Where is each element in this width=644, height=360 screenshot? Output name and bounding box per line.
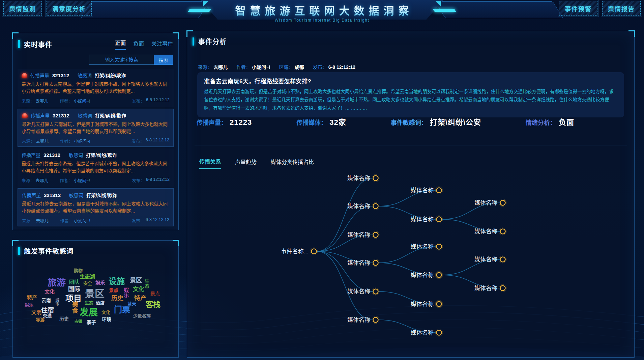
cloud-word[interactable]: 文明: [31, 308, 41, 315]
tree-root-node[interactable]: [312, 249, 317, 254]
cloud-word[interactable]: 美食: [70, 301, 79, 313]
tree-node[interactable]: [373, 204, 378, 209]
analysis-meta-1: 作者：小妮问~!: [236, 63, 270, 70]
event-content: 最近几天打算去云南游玩，但是苦于对城市不熟，网上攻略大多也就大同小异给点景点推荐…: [22, 81, 170, 95]
cloud-word[interactable]: 特产: [27, 294, 37, 301]
tree-node[interactable]: [500, 229, 505, 234]
stat-3: 情绪分析：负面: [526, 116, 574, 127]
event-meta-row: 来源：去哪儿作者：小妮问~!区域：成都发布：6-8 12:12:12: [198, 63, 355, 70]
realtime-tab-2[interactable]: 关注事件: [151, 38, 173, 50]
tree-node-label: 媒体名称: [474, 228, 497, 235]
cloud-word[interactable]: 历史: [59, 315, 69, 322]
analysis-meta-0: 来源：去哪儿: [198, 63, 228, 70]
analysis-meta-2: 区域：成都: [279, 63, 304, 70]
event-card[interactable]: 传播声量321312敏感词打架/纠纷/欺诈最近几天打算去云南游玩，但是苦于对城市…: [18, 188, 174, 226]
cloud-word[interactable]: 少数名族: [133, 312, 151, 319]
sensitive-words-panel: 触发事件敏感词 购物生态湖团队安全娱乐设施景区生态旅游国际文化景区景点娱乐文化景…: [12, 240, 179, 358]
search-input[interactable]: [89, 55, 154, 65]
title-bar-decoration: [18, 247, 20, 255]
volume-value: 321312: [43, 152, 60, 158]
tree-node[interactable]: [500, 257, 505, 262]
event-content: 最近几天打算去云南游玩，但是苦于对城市不熟，网上攻略大多也就大同小异给点景点推荐…: [22, 161, 170, 175]
tree-node-label: 媒体名称: [347, 232, 370, 238]
tree-node[interactable]: [437, 244, 442, 249]
nav-button-right-0[interactable]: 事件预警: [559, 1, 597, 16]
cloud-word[interactable]: 娱乐: [95, 279, 105, 286]
cloud-word[interactable]: 旅游: [48, 275, 66, 288]
event-title: 准备去云南玩6天，行程路线要怎样安排?: [204, 77, 617, 85]
nav-button-left-0[interactable]: 舆情监测: [3, 1, 42, 16]
cloud-word[interactable]: 景点: [109, 286, 118, 293]
event-card[interactable]: 传播声量321312敏感词打架/纠纷/欺诈最近几天打算去云南游玩，但是苦于对城市…: [18, 109, 174, 147]
tree-node[interactable]: [500, 286, 505, 291]
title-bar-decoration: [18, 40, 20, 48]
tree-node[interactable]: [373, 232, 378, 238]
tree-node[interactable]: [437, 273, 442, 278]
cloud-word[interactable]: 设施: [109, 275, 125, 286]
tree-node-label: 媒体名称: [411, 330, 434, 336]
cloud-word[interactable]: 云南: [41, 297, 51, 303]
wordcloud-panel-title: 触发事件敏感词: [24, 246, 74, 256]
keywords-value: 打架/纠纷/欺诈: [86, 192, 117, 198]
cloud-word[interactable]: 景区: [85, 286, 105, 300]
cloud-word[interactable]: 发展: [80, 305, 98, 318]
realtime-tab-0[interactable]: 正面: [115, 38, 126, 50]
event-stats-row: 传播声量：21223传播媒体：32家事件敏感词：打架\纠纷\公安情绪分析：负面: [197, 116, 574, 127]
event-meta-1: 作者：小妮问~!: [60, 98, 90, 104]
tree-edge: [317, 206, 373, 251]
keywords-label: 敏感词: [78, 112, 92, 119]
tree-node[interactable]: [373, 176, 378, 181]
cloud-word[interactable]: 城市: [54, 298, 60, 306]
tree-node[interactable]: [373, 317, 378, 323]
tree-node-label: 媒体名称: [347, 175, 370, 182]
volume-value: 321312: [52, 73, 69, 78]
stat-1: 传播媒体：32家: [296, 116, 346, 127]
tree-node-label: 媒体名称: [474, 256, 497, 263]
cloud-word[interactable]: 文化: [45, 288, 55, 295]
keywords-label: 敏感词: [78, 72, 92, 79]
cloud-word[interactable]: 娱乐: [25, 301, 33, 308]
tree-node-label: 媒体名称: [411, 301, 434, 307]
tree-node-label: 媒体名称: [411, 216, 434, 223]
cloud-word[interactable]: 古镇: [74, 318, 82, 324]
event-meta-1: 作者：小妮问~!: [60, 217, 90, 224]
tree-node-label: 媒体名称: [347, 288, 370, 295]
tree-node[interactable]: [437, 330, 442, 335]
tree-node[interactable]: [373, 289, 378, 294]
cloud-word[interactable]: 景点: [150, 290, 160, 297]
cloud-word[interactable]: 环境: [102, 316, 111, 323]
cloud-word[interactable]: 导游: [36, 316, 45, 323]
event-meta-2: 发布：6-8 12:12:12: [131, 138, 169, 144]
nav-button-right-1[interactable]: 舆情报告: [602, 1, 641, 16]
cloud-word[interactable]: 寨子: [87, 319, 96, 325]
search-button[interactable]: 搜索: [154, 55, 173, 65]
tree-node[interactable]: [437, 302, 442, 307]
tree-node[interactable]: [500, 200, 505, 205]
spread-relationship-tree: 事件名称...媒体名称媒体名称媒体名称媒体名称媒体名称媒体名称媒体名称媒体名称媒…: [188, 166, 634, 355]
tree-node[interactable]: [373, 260, 378, 266]
cloud-word[interactable]: 文化: [101, 309, 110, 315]
keywords-value: 打架/纠纷/欺诈: [95, 112, 126, 119]
cloud-word[interactable]: 历史: [111, 293, 123, 302]
cloud-word[interactable]: 文化: [133, 284, 144, 293]
top-header: 智慧旅游互联网大数据洞察 Wisdom Tourism Internet Big…: [0, 0, 644, 22]
keywords-label: 敏感词: [69, 151, 83, 158]
keywords-value: 打架/纠纷/欺诈: [95, 72, 126, 79]
cloud-word[interactable]: 客栈: [146, 298, 160, 309]
cloud-word[interactable]: 景区: [130, 275, 142, 284]
cloud-word[interactable]: 生态湖: [80, 273, 95, 280]
event-card[interactable]: 传播声量321312敏感词打架/纠纷/欺诈最近几天打算去云南游玩，但是苦于对城市…: [18, 69, 174, 107]
tree-node[interactable]: [437, 217, 442, 222]
event-card[interactable]: 传播声量321312敏感词打架/纠纷/欺诈最近几天打算去云南游玩，但是苦于对城市…: [18, 148, 174, 187]
nav-button-left-1[interactable]: 满意度分析: [47, 1, 92, 16]
realtime-tab-1[interactable]: 负面: [133, 38, 144, 50]
realtime-tabs: 正面负面关注事件: [115, 38, 173, 50]
cloud-word[interactable]: 生态: [143, 279, 150, 288]
keywords-label: 敏感词: [69, 192, 83, 198]
cloud-word[interactable]: 娱乐: [123, 287, 130, 298]
tree-node[interactable]: [437, 188, 442, 193]
cloud-word[interactable]: 安全: [83, 280, 92, 286]
cloud-word[interactable]: 门票: [114, 303, 130, 315]
volume-label: 传播声量: [22, 192, 41, 198]
app-subtitle: Wisdom Tourism Internet Big Data Insight: [0, 18, 644, 23]
